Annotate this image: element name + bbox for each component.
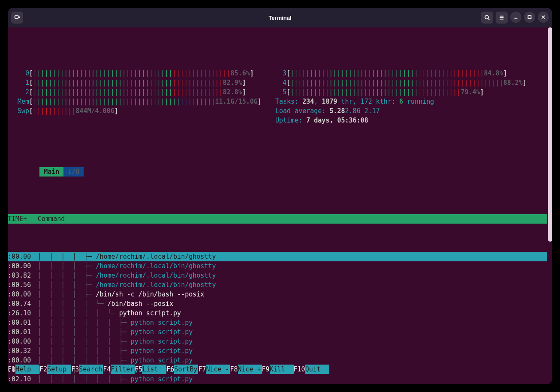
footer-action-help[interactable]: Help — [15, 365, 39, 374]
process-time: :00.00 — [8, 290, 38, 299]
process-time: :26.10 — [8, 308, 38, 318]
footer-key: F4 — [103, 365, 111, 374]
swp-row: Swp[||||||||||| 844M/4.00G]Load average:… — [8, 106, 547, 116]
column-header[interactable]: TIME+Command — [8, 214, 547, 224]
svg-point-1 — [485, 15, 488, 19]
footer-action-search[interactable]: Search — [79, 365, 103, 374]
process-command: │ │ │ │ │ │ │ ├─ python script.py — [38, 327, 547, 337]
minimize-icon — [513, 14, 519, 20]
process-time: :00.00 — [8, 356, 38, 365]
scrollbar[interactable] — [548, 27, 552, 384]
footer-key: F2 — [39, 365, 47, 374]
meters: 0[||||||||||||||||||||||||||||||||||||||… — [8, 69, 547, 125]
header-command[interactable]: Command — [38, 214, 547, 224]
footer-key: F9 — [262, 365, 270, 374]
process-time: :00.00 — [8, 337, 38, 346]
header-time[interactable]: TIME+ — [8, 214, 38, 224]
footer-key: F3 — [71, 365, 79, 374]
process-row[interactable]: :00.00│ │ │ │ │ │ │ ├─ python script.py — [8, 337, 547, 346]
maximize-button[interactable] — [524, 12, 535, 23]
process-row[interactable]: :26.10│ │ │ │ │ │ └─ python script.py — [8, 308, 547, 318]
process-command: │ │ │ │ │ │ │ ├─ python script.py — [38, 384, 547, 384]
process-row[interactable]: :00.01│ │ │ │ │ │ │ ├─ python script.py — [8, 318, 547, 327]
footer-key: F7 — [198, 365, 206, 374]
process-row[interactable]: :00.74│ │ │ │ │ └─ /bin/bash --posix — [8, 299, 547, 308]
process-row[interactable]: :00.00│ │ │ │ ├─ /home/rochim/.local/bin… — [8, 252, 547, 261]
titlebar: Terminal — [8, 8, 552, 27]
footer-key: F5 — [135, 365, 142, 374]
terminal-window: Terminal 0[|||||||||||||||||||||||||||||… — [8, 8, 552, 384]
footer-action-quit[interactable]: Quit — [305, 365, 329, 374]
footer-action-filter[interactable]: Filter — [111, 365, 135, 374]
process-command: │ │ │ │ ├─ /bin/sh -c /bin/bash --posix — [38, 290, 547, 299]
search-button[interactable] — [481, 12, 493, 24]
process-row[interactable]: :00.00│ │ │ │ ├─ /bin/sh -c /bin/bash --… — [8, 290, 547, 299]
process-command: │ │ │ │ ├─ /home/rochim/.local/bin/ghost… — [38, 271, 547, 280]
process-command: │ │ │ │ │ │ │ ├─ python script.py — [38, 374, 547, 384]
minimize-button[interactable] — [510, 12, 521, 23]
footer-action-setup[interactable]: Setup — [47, 365, 71, 374]
process-row[interactable]: :03.82│ │ │ │ ├─ /home/rochim/.local/bin… — [8, 271, 547, 280]
footer-action-nice -[interactable]: Nice - — [206, 365, 230, 374]
footer-key: F8 — [230, 365, 238, 374]
menu-button[interactable] — [496, 12, 508, 24]
process-command: │ │ │ │ │ │ └─ python script.py — [38, 308, 547, 318]
process-command: │ │ │ │ │ │ │ ├─ python script.py — [38, 346, 547, 356]
process-time: :00.00 — [8, 261, 38, 271]
process-row[interactable]: :02.10│ │ │ │ │ │ │ ├─ python script.py — [8, 374, 547, 384]
process-command: │ │ │ │ │ │ │ ├─ python script.py — [38, 318, 547, 327]
close-icon — [540, 14, 546, 20]
new-tab-button[interactable] — [11, 12, 23, 24]
process-time: :03.82 — [8, 271, 38, 280]
svg-rect-0 — [15, 16, 18, 18]
footer-action-nice +[interactable]: Nice + — [238, 365, 262, 374]
process-time: :00.01 — [8, 318, 38, 327]
tabs: MainI/O — [8, 158, 547, 186]
process-row[interactable]: :03.42│ │ │ │ │ │ │ ├─ python script.py — [8, 384, 547, 384]
svg-rect-2 — [528, 16, 531, 19]
process-row[interactable]: :00.00│ │ │ │ ├─ /home/rochim/.local/bin… — [8, 261, 547, 271]
process-time: :02.10 — [8, 374, 38, 384]
process-time: :00.00 — [8, 252, 38, 261]
process-time: :00.01 — [8, 327, 38, 337]
search-icon — [484, 15, 490, 21]
new-tab-icon — [14, 15, 20, 21]
process-row[interactable]: :00.56│ │ │ │ ├─ /home/rochim/.local/bin… — [8, 280, 547, 290]
process-command: │ │ │ │ │ │ │ ├─ python script.py — [38, 337, 547, 346]
cpu-row-1: 1[||||||||||||||||||||||||||||||||||||||… — [8, 78, 547, 87]
process-time: :00.56 — [8, 280, 38, 290]
mem-row: Mem[||||||||||||||||||||||||||||||||||||… — [8, 97, 547, 106]
footer-action-sortby[interactable]: SortBy — [174, 365, 198, 374]
terminal-content[interactable]: 0[||||||||||||||||||||||||||||||||||||||… — [8, 27, 552, 384]
footer-key: F10 — [294, 365, 305, 374]
process-row[interactable]: :00.00│ │ │ │ │ │ │ ├─ python script.py — [8, 356, 547, 365]
footer-key: F1 — [8, 365, 15, 374]
process-time: :03.42 — [8, 384, 38, 384]
footer: F1Help F2Setup F3SearchF4FilterF5List F6… — [8, 365, 552, 374]
window-title: Terminal — [268, 15, 291, 21]
process-time: :00.74 — [8, 299, 38, 308]
uptime-row: Uptime: 7 days, 05:36:08 — [8, 116, 547, 125]
footer-action-list[interactable]: List — [142, 365, 166, 374]
process-command: │ │ │ │ ├─ /home/rochim/.local/bin/ghost… — [38, 280, 547, 290]
cpu-row-2: 2[||||||||||||||||||||||||||||||||||||||… — [8, 87, 547, 97]
process-command: │ │ │ │ │ └─ /bin/bash --posix — [38, 299, 547, 308]
process-row[interactable]: :00.32│ │ │ │ │ │ │ ├─ python script.py — [8, 346, 547, 356]
scroll-thumb[interactable] — [548, 27, 552, 242]
hamburger-icon — [499, 15, 505, 21]
maximize-icon — [527, 14, 533, 20]
footer-action-kill[interactable]: Kill — [270, 365, 294, 374]
process-command: │ │ │ │ │ │ │ ├─ python script.py — [38, 356, 547, 365]
footer-key: F6 — [166, 365, 174, 374]
process-command: │ │ │ │ ├─ /home/rochim/.local/bin/ghost… — [38, 252, 547, 261]
cpu-row-0: 0[||||||||||||||||||||||||||||||||||||||… — [8, 69, 547, 78]
tab-io[interactable]: I/O — [63, 167, 84, 177]
process-time: :00.32 — [8, 346, 38, 356]
tab-main[interactable]: Main — [39, 167, 63, 177]
process-row[interactable]: :00.01│ │ │ │ │ │ │ ├─ python script.py — [8, 327, 547, 337]
close-button[interactable] — [538, 12, 549, 23]
process-command: │ │ │ │ ├─ /home/rochim/.local/bin/ghost… — [38, 261, 547, 271]
